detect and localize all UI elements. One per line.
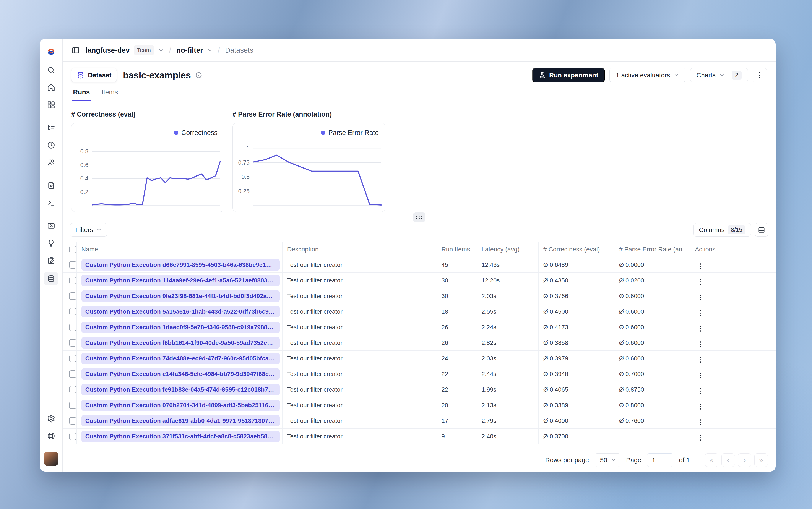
run-description: Test our filter creator xyxy=(282,429,437,444)
row-actions-button[interactable] xyxy=(699,355,703,364)
row-checkbox[interactable] xyxy=(69,293,76,300)
charts-toggle-button[interactable]: Charts 2 xyxy=(690,68,748,82)
parse-error-value: Ø 0.6000 xyxy=(614,319,690,335)
chevron-down-icon[interactable] xyxy=(207,47,212,53)
datasets-database-icon[interactable] xyxy=(44,272,58,285)
row-actions-button[interactable] xyxy=(699,387,703,395)
tracing-icon[interactable] xyxy=(46,123,56,133)
page-number-input[interactable] xyxy=(647,453,673,467)
prompts-file-code-icon[interactable] xyxy=(46,181,56,190)
run-name-link[interactable]: Custom Python Execution 1daec0f9-5e78-43… xyxy=(81,321,280,333)
lightbulb-icon[interactable] xyxy=(46,238,56,248)
chart-card: 0.20.40.60.8 Correctness xyxy=(71,123,224,212)
svg-text:0.75: 0.75 xyxy=(238,160,249,166)
svg-text:0.4: 0.4 xyxy=(80,175,89,182)
row-checkbox[interactable] xyxy=(69,433,76,440)
row-actions-button[interactable] xyxy=(699,278,703,286)
row-height-button[interactable] xyxy=(755,223,768,237)
run-name-link[interactable]: Custom Python Execution 5a15a616-1bab-44… xyxy=(81,306,280,317)
table-toolbar: Filters Columns 8/15 xyxy=(63,223,776,237)
row-actions-button[interactable] xyxy=(699,309,703,317)
row-actions-button[interactable] xyxy=(699,402,703,411)
prev-page-button[interactable]: ‹ xyxy=(721,453,735,467)
row-actions-button[interactable] xyxy=(699,325,703,333)
row-actions-button[interactable] xyxy=(699,418,703,427)
row-actions-button[interactable] xyxy=(699,434,703,442)
column-header-correctness[interactable]: # Correctness (eval) xyxy=(538,242,614,257)
row-actions-button[interactable] xyxy=(699,340,703,348)
last-page-button[interactable]: » xyxy=(754,453,768,467)
row-checkbox[interactable] xyxy=(69,386,76,393)
row-checkbox[interactable] xyxy=(69,324,76,331)
home-icon[interactable] xyxy=(46,83,56,92)
filters-button[interactable]: Filters xyxy=(70,223,107,237)
run-name-link[interactable]: Custom Python Execution 9fe23f98-881e-44… xyxy=(81,291,280,302)
run-name-link[interactable]: Custom Python Execution 114aa9ef-29e6-4e… xyxy=(81,275,280,286)
evaluators-screen-icon[interactable] xyxy=(46,221,56,231)
column-header-latency[interactable]: Latency (avg) xyxy=(477,242,538,257)
svg-text:1: 1 xyxy=(246,145,249,151)
row-actions-button[interactable] xyxy=(699,262,703,271)
run-name-link[interactable]: Custom Python Execution 076b2704-341d-48… xyxy=(81,400,280,411)
run-name-link[interactable]: Custom Python Execution e14fa348-5cfc-49… xyxy=(81,368,280,380)
sidebar-toggle-icon[interactable] xyxy=(71,46,80,55)
annotation-clipboard-pen-icon[interactable] xyxy=(46,256,56,265)
run-experiment-button[interactable]: Run experiment xyxy=(532,68,605,82)
row-checkbox[interactable] xyxy=(69,417,76,425)
search-icon[interactable] xyxy=(46,65,56,75)
drag-handle[interactable] xyxy=(413,212,426,222)
breadcrumb-project[interactable]: no-filter xyxy=(176,46,203,54)
first-page-button[interactable]: « xyxy=(705,453,718,467)
table-row: Custom Python Execution adfae619-abb0-4d… xyxy=(63,413,776,429)
tab-runs[interactable]: Runs xyxy=(72,89,91,101)
tab-items[interactable]: Items xyxy=(101,89,119,101)
parse-error-value: Ø 0.0000 xyxy=(614,257,690,273)
run-description: Test our filter creator xyxy=(282,398,437,413)
column-header-parse-error[interactable]: # Parse Error Rate (an... xyxy=(614,242,690,257)
row-actions-button[interactable] xyxy=(699,371,703,380)
playground-terminal-icon[interactable] xyxy=(46,198,56,207)
info-icon[interactable] xyxy=(195,72,202,79)
breadcrumb-org[interactable]: langfuse-dev xyxy=(86,46,130,54)
select-all-checkbox[interactable] xyxy=(69,246,76,253)
latency-value: 2.82s xyxy=(477,335,538,351)
settings-gear-icon[interactable] xyxy=(46,414,56,423)
section-divider xyxy=(63,217,776,217)
rows-per-page-select[interactable]: 50 xyxy=(595,453,620,467)
run-items-value: 20 xyxy=(437,398,477,413)
row-checkbox[interactable] xyxy=(69,277,76,284)
columns-button[interactable]: Columns 8/15 xyxy=(693,223,751,237)
more-actions-button[interactable] xyxy=(753,68,767,82)
column-header-actions: Actions xyxy=(690,242,776,257)
row-checkbox[interactable] xyxy=(69,370,76,378)
sessions-clock-icon[interactable] xyxy=(46,140,56,150)
row-checkbox[interactable] xyxy=(69,308,76,315)
active-evaluators-button[interactable]: 1 active evaluators xyxy=(609,68,685,82)
run-name-link[interactable]: Custom Python Execution d66e7991-8595-45… xyxy=(81,259,280,271)
support-lifebuoy-icon[interactable] xyxy=(46,431,56,441)
run-name-link[interactable]: Custom Python Execution f6bb1614-1f90-40… xyxy=(81,337,280,348)
run-name-link[interactable]: Custom Python Execution 371f531c-abff-4d… xyxy=(81,431,280,442)
column-header-description[interactable]: Description xyxy=(282,242,437,257)
row-actions-button[interactable] xyxy=(699,293,703,302)
breadcrumb-section[interactable]: Datasets xyxy=(225,46,253,54)
row-checkbox[interactable] xyxy=(69,339,76,346)
next-page-button[interactable]: › xyxy=(738,453,751,467)
parse-error-value: Ø 0.7000 xyxy=(614,366,690,382)
dashboard-icon[interactable] xyxy=(46,100,56,110)
row-checkbox[interactable] xyxy=(69,402,76,409)
column-header-name[interactable]: Name xyxy=(76,242,282,257)
chevron-down-icon xyxy=(611,457,616,463)
column-header-run-items[interactable]: Run Items xyxy=(437,242,477,257)
row-checkbox[interactable] xyxy=(69,355,76,362)
run-name-link[interactable]: Custom Python Execution 74de488e-ec9d-47… xyxy=(81,353,280,364)
users-icon[interactable] xyxy=(46,158,56,167)
run-items-value: 18 xyxy=(437,304,477,319)
table-row: Custom Python Execution fe91b83e-04a5-47… xyxy=(63,382,776,398)
run-name-link[interactable]: Custom Python Execution adfae619-abb0-4d… xyxy=(81,415,280,427)
sidebar-rail xyxy=(40,39,63,472)
run-name-link[interactable]: Custom Python Execution fe91b83e-04a5-47… xyxy=(81,384,280,395)
chevron-down-icon[interactable] xyxy=(158,47,164,53)
user-avatar[interactable] xyxy=(44,451,58,466)
row-checkbox[interactable] xyxy=(69,261,76,269)
